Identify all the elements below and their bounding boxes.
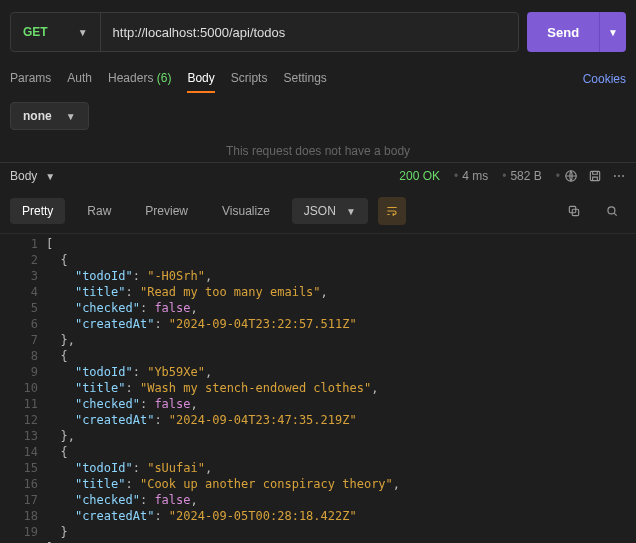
svg-rect-1 [590, 171, 599, 180]
search-icon[interactable] [598, 197, 626, 225]
chevron-down-icon: ▼ [45, 171, 55, 182]
response-body-code[interactable]: 1234567891011121314151617181920 [ { "tod… [0, 233, 636, 543]
empty-body-message: This request does not have a body [0, 138, 636, 162]
status-code: 200 [399, 169, 419, 183]
body-type-label: none [23, 109, 52, 123]
tab-settings[interactable]: Settings [283, 65, 326, 93]
response-time: 4 ms [450, 169, 488, 183]
code-lines: [ { "todoId": "-H0Srh", "title": "Read m… [46, 234, 636, 543]
view-preview[interactable]: Preview [133, 198, 200, 224]
url-input[interactable] [101, 13, 519, 51]
response-body-dropdown[interactable]: Body ▼ [10, 169, 55, 183]
method-select[interactable]: GET ▼ [11, 13, 101, 51]
svg-point-7 [608, 207, 615, 214]
svg-point-2 [614, 175, 616, 177]
format-label: JSON [304, 204, 336, 218]
method-label: GET [23, 25, 48, 39]
send-dropdown-button[interactable]: ▼ [599, 12, 626, 52]
line-gutter: 1234567891011121314151617181920 [0, 234, 46, 543]
more-icon[interactable] [612, 169, 626, 183]
tab-headers[interactable]: Headers (6) [108, 65, 171, 93]
save-response-icon[interactable] [588, 169, 602, 183]
tab-auth[interactable]: Auth [67, 65, 92, 93]
body-type-select[interactable]: none ▼ [10, 102, 89, 130]
url-group: GET ▼ [10, 12, 519, 52]
chevron-down-icon: ▼ [346, 206, 356, 217]
view-raw[interactable]: Raw [75, 198, 123, 224]
send-label: Send [547, 25, 579, 40]
send-group: Send ▼ [527, 12, 626, 52]
response-label: Body [10, 169, 37, 183]
tab-params[interactable]: Params [10, 65, 51, 93]
copy-icon[interactable] [560, 197, 588, 225]
cookies-link[interactable]: Cookies [583, 72, 626, 86]
chevron-down-icon: ▼ [66, 111, 76, 122]
status-badge: 200 OK [399, 169, 440, 183]
tab-scripts[interactable]: Scripts [231, 65, 268, 93]
globe-icon[interactable] [552, 169, 578, 183]
svg-point-4 [622, 175, 624, 177]
request-bar: GET ▼ Send ▼ [0, 0, 636, 64]
svg-point-3 [618, 175, 620, 177]
view-pretty[interactable]: Pretty [10, 198, 65, 224]
headers-count-badge: (6) [157, 71, 172, 85]
format-select[interactable]: JSON ▼ [292, 198, 368, 224]
body-type-row: none ▼ [0, 94, 636, 138]
chevron-down-icon: ▼ [78, 27, 88, 38]
wrap-lines-button[interactable] [378, 197, 406, 225]
tab-headers-label: Headers [108, 71, 153, 85]
send-button[interactable]: Send [527, 12, 599, 52]
status-text: OK [423, 169, 440, 183]
response-status-bar: Body ▼ 200 OK 4 ms 582 B [0, 163, 636, 189]
chevron-down-icon: ▼ [608, 27, 618, 38]
response-size: 582 B [498, 169, 542, 183]
view-visualize[interactable]: Visualize [210, 198, 282, 224]
request-tabs: Params Auth Headers (6) Body Scripts Set… [0, 64, 636, 94]
response-view-tabs: Pretty Raw Preview Visualize JSON ▼ [0, 189, 636, 233]
tab-body[interactable]: Body [187, 65, 214, 93]
